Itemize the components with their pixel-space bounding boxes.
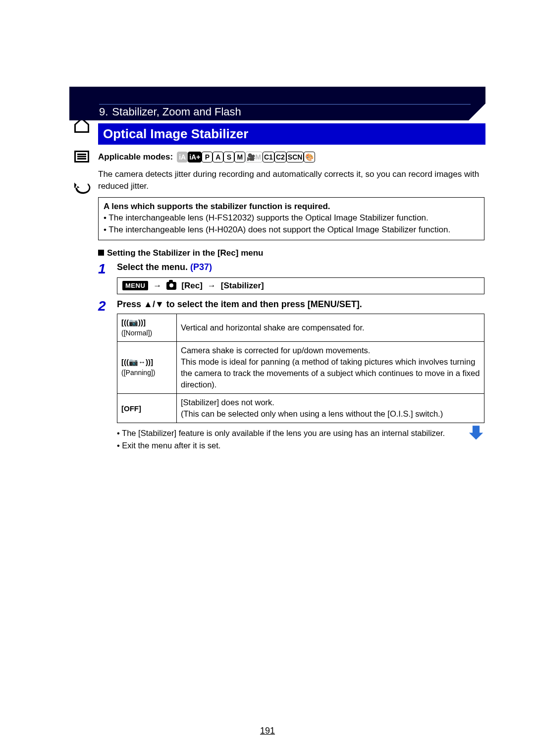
subheading: Setting the Stabilizer in the [Rec] menu xyxy=(98,248,484,258)
mode-chip: SCN xyxy=(286,152,304,162)
option-normal-desc: Vertical and horizontal shake are compen… xyxy=(177,314,484,341)
section-title: Optical Image Stabilizer xyxy=(98,123,485,145)
applicable-label: Applicable modes: xyxy=(98,152,173,162)
table-row: [((📷↔))] ([Panning]) Camera shake is cor… xyxy=(117,341,484,393)
note-2: • Exit the menu after it is set. xyxy=(117,439,484,452)
mode-chip: A xyxy=(213,152,223,162)
lens-note-b1: • The interchangeable lens (H-FS12032) s… xyxy=(104,212,479,224)
mode-chip: 🎨 xyxy=(304,152,315,162)
option-normal-key: [((📷))] ([Normal]) xyxy=(117,314,177,341)
mode-chip: M xyxy=(234,152,245,162)
step-2-title: Press ▲/▼ to select the item and then pr… xyxy=(117,299,484,310)
chapter-bar: 9. Stabilizer, Zoom and Flash xyxy=(69,87,485,120)
menu-path: MENU → [Rec] → [Stabilizer] xyxy=(117,277,484,294)
menu-stabilizer: [Stabilizer] xyxy=(221,281,264,291)
lens-note-header: A lens which supports the stabilizer fun… xyxy=(104,201,479,213)
mode-chip: S xyxy=(223,152,234,162)
options-table: [((📷))] ([Normal]) Vertical and horizont… xyxy=(117,314,484,423)
option-panning-desc: Camera shake is corrected for up/down mo… xyxy=(177,341,484,393)
mode-chip: iA xyxy=(177,152,188,162)
mode-chip: C2 xyxy=(274,152,286,162)
lens-requirement-box: A lens which supports the stabilizer fun… xyxy=(98,197,484,240)
menu-badge: MENU xyxy=(122,281,148,290)
option-off-key: [OFF] xyxy=(117,393,177,423)
step-1: 1 Select the menu. (P37) MENU → [Rec] → … xyxy=(98,262,484,296)
arrow-icon: → xyxy=(153,281,161,291)
intro-text: The camera detects jitter during recordi… xyxy=(98,168,484,192)
option-off-desc: [Stabilizer] does not work. (This can be… xyxy=(177,393,484,423)
up-triangle-icon: ▲ xyxy=(144,299,153,309)
page-link-p37[interactable]: (P37) xyxy=(190,262,212,272)
mode-chips: iAiA+PASM🎥MC1C2SCN🎨 xyxy=(177,152,315,162)
table-row: [OFF] [Stabilizer] does not work. (This … xyxy=(117,393,484,423)
page-number[interactable]: 191 xyxy=(0,726,535,736)
step-2-number: 2 xyxy=(98,299,110,452)
chapter-title: Stabilizer, Zoom and Flash xyxy=(112,106,241,118)
step-1-title: Select the menu. (P37) xyxy=(117,262,484,272)
option-panning-key: [((📷↔))] ([Panning]) xyxy=(117,341,177,393)
continue-arrow-icon[interactable] xyxy=(468,424,484,443)
note-1: • The [Stabilizer] feature is only avail… xyxy=(117,427,484,439)
content: Applicable modes: iAiA+PASM🎥MC1C2SCN🎨 Th… xyxy=(98,152,484,452)
sidebar xyxy=(67,116,97,199)
manual-page: 9. Stabilizer, Zoom and Flash Optical Im… xyxy=(69,87,485,697)
mode-chip: 🎥M xyxy=(245,152,263,162)
back-icon[interactable] xyxy=(73,179,91,199)
menu-icon[interactable] xyxy=(73,148,91,168)
chapter-number: 9. xyxy=(99,106,108,118)
mode-chip: P xyxy=(202,152,213,162)
step-1-number: 1 xyxy=(98,262,110,296)
step-2: 2 Press ▲/▼ to select the item and then … xyxy=(98,299,484,452)
camera-icon xyxy=(166,282,176,290)
applicable-modes: Applicable modes: iAiA+PASM🎥MC1C2SCN🎨 xyxy=(98,152,484,162)
mode-chip: C1 xyxy=(263,152,274,162)
arrow-icon: → xyxy=(208,281,216,291)
mode-chip: iA+ xyxy=(188,152,202,162)
down-triangle-icon: ▼ xyxy=(155,299,164,309)
menu-rec: [Rec] xyxy=(181,281,203,291)
lens-note-b2: • The interchangeable lens (H-H020A) doe… xyxy=(104,224,479,236)
table-row: [((📷))] ([Normal]) Vertical and horizont… xyxy=(117,314,484,341)
notes: • The [Stabilizer] feature is only avail… xyxy=(117,427,484,452)
bullet-square-icon xyxy=(98,250,104,256)
